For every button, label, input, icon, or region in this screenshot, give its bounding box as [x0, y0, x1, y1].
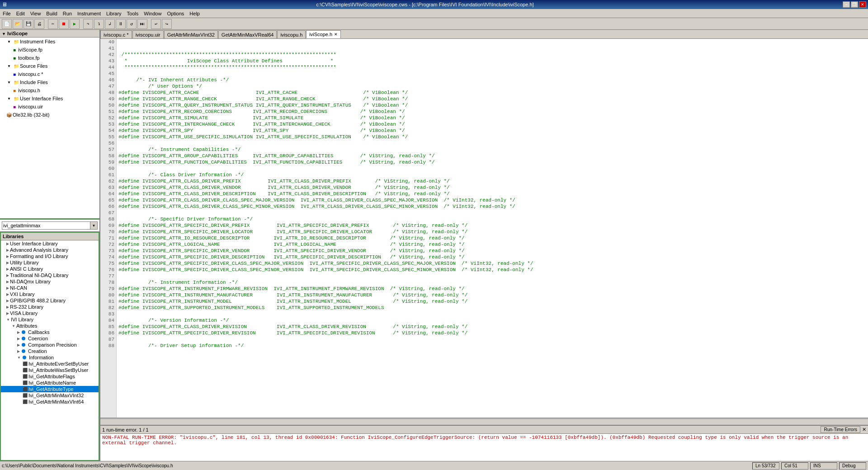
lib-label: Attributes: [16, 323, 37, 329]
stop-button[interactable]: ⏹: [59, 19, 69, 29]
lib-func-getname[interactable]: ⬛ Ivi_GetAttributeName: [1, 380, 99, 386]
run-button[interactable]: ▶: [70, 19, 80, 29]
search-dropdown-button[interactable]: ▼: [90, 222, 97, 229]
project-root-label: IviScope: [7, 31, 28, 36]
lib-func-attrwasset[interactable]: ⬛ Ivi_AttributeWasSetByUser: [1, 367, 99, 373]
right-panel: iviscopu.c * iviscopu.uir GetAttrMinMaxV…: [100, 30, 868, 461]
menubar-item-window[interactable]: Window: [141, 10, 164, 17]
lib-ivi-coercion[interactable]: ▶ Coercion: [1, 335, 99, 342]
lib-visa[interactable]: ▶ VISA Library: [1, 310, 99, 316]
line-number: 47: [102, 83, 114, 89]
lib-utility[interactable]: ▶ Utility Library: [1, 259, 99, 266]
tab-close-button[interactable]: ✕: [334, 32, 338, 37]
save-button[interactable]: 💾: [24, 19, 33, 29]
line-number: 77: [102, 273, 114, 279]
code-editor[interactable]: 4041424344454647484950515253545556575859…: [100, 39, 868, 418]
tree-iviscopu-uir[interactable]: ■ iviscopu.uir: [0, 103, 99, 111]
step-over-button[interactable]: ↷: [83, 19, 93, 29]
lib-trad-nidaq[interactable]: ▶ Traditional NI-DAQ Library: [1, 272, 99, 278]
menubar-item-build[interactable]: Build: [43, 10, 60, 17]
line-number: 80: [102, 292, 114, 298]
tab-iviscopu-c[interactable]: iviscopu.c *: [100, 30, 132, 38]
lib-ivi-attributes[interactable]: ▼ Attributes: [1, 323, 99, 329]
run-time-errors-button[interactable]: Run-Time Errors: [821, 426, 860, 433]
lib-formatting-io[interactable]: ▶ Formatting and I/O Library: [1, 253, 99, 259]
tab-getattrmaxvint32[interactable]: GetAttrMinMaxVInt32: [164, 30, 218, 38]
search-input[interactable]: [2, 222, 90, 229]
menubar-item-edit[interactable]: Edit: [14, 10, 28, 17]
lib-nican[interactable]: ▶ NI-CAN: [1, 285, 99, 291]
lib-func-attreversetby[interactable]: ⬛ Ivi_AttributeEverSetByUser: [1, 361, 99, 367]
line-number: 63: [102, 184, 114, 191]
cut-button[interactable]: ✂: [48, 19, 58, 29]
restore-button[interactable]: ❐: [851, 1, 858, 8]
lib-ivi[interactable]: ▼ IVI Library: [1, 316, 99, 323]
tree-iviscope-fp[interactable]: ■ iviScope.fp: [0, 46, 99, 54]
pause-button[interactable]: ⏸: [116, 19, 126, 29]
lib-func-gettype[interactable]: ⬛ Ivi_GetAttributeType: [1, 386, 99, 392]
tree-iviscopu-h[interactable]: ■ iviscopu.h: [0, 86, 99, 94]
tree-ui-files[interactable]: ▼ User Interface Files: [0, 94, 99, 103]
line-number: 82: [102, 305, 114, 311]
lib-nidaqmx[interactable]: ▶ NI-DAQmx Library: [1, 278, 99, 285]
tab-iviscope-h[interactable]: iviScope.h ✕: [306, 30, 341, 38]
tab-getattrmaxvreal64[interactable]: GetAttrMinMaxVReal64: [218, 30, 277, 38]
menubar-item-tools[interactable]: Tools: [124, 10, 142, 17]
line-number: 73: [102, 248, 114, 254]
horizontal-scrollbar[interactable]: [100, 418, 868, 425]
lib-func-getminmaxint32[interactable]: ⬛ Ivi_GetAttrMinMaxVInt32: [1, 392, 99, 399]
finish-button[interactable]: ⏭: [137, 19, 147, 29]
lib-func-getflags[interactable]: ⬛ Ivi_GetAttributeFlags: [1, 373, 99, 380]
lib-label: Ivi_GetAttributeName: [28, 380, 76, 385]
tab-iviscopu-h[interactable]: iviscopu.h: [277, 30, 306, 38]
tree-toolbox-fp[interactable]: ■ toolbox.fp: [0, 54, 99, 62]
minimize-button[interactable]: −: [843, 1, 850, 8]
menubar-item-library[interactable]: Library: [104, 10, 124, 17]
step-out-button[interactable]: ↲: [105, 19, 115, 29]
code-content[interactable]: /***************************************…: [117, 39, 868, 418]
error-panel-close-button[interactable]: ✕: [862, 427, 866, 432]
menubar-item-view[interactable]: View: [28, 10, 44, 17]
folder-icon: [13, 79, 20, 86]
print-button[interactable]: 🖨: [34, 19, 44, 29]
tree-instrument-files[interactable]: ▼ Instrument Files: [0, 38, 99, 46]
lib-advanced-analysis[interactable]: ▶ Advanced Analysis Library: [1, 247, 99, 253]
lib-user-interface[interactable]: ▶ User Interface Library: [1, 240, 99, 247]
undo-button[interactable]: ↩: [151, 19, 161, 29]
menubar-item-instrument[interactable]: Instrument: [75, 10, 104, 17]
tree-include-files[interactable]: ▼ Include Files: [0, 78, 99, 86]
menubar-item-file[interactable]: File: [0, 10, 14, 17]
menubar-item-run[interactable]: Run: [60, 10, 75, 17]
tab-iviscopu-uir[interactable]: iviscopu.uir: [132, 30, 164, 38]
code-line: /*- Instrument Capabilities -*/: [118, 146, 866, 153]
tree-iviscopu-c[interactable]: ■ iviscopu.c *: [0, 70, 99, 78]
lib-gpib[interactable]: ▶ GPIB/GPIB 488.2 Library: [1, 297, 99, 304]
code-line: /*- Class Driver Information -*/: [118, 172, 866, 178]
tree-ole32[interactable]: 📦 Ole32.lib (32-bit): [0, 111, 99, 119]
code-line: #define IVISCOPE_ATTR_CLASS_DRIVER_PREFI…: [118, 178, 866, 184]
code-line: #define IVISCOPE_ATTR_USE_SPECIFIC_SIMUL…: [118, 134, 866, 140]
statusbar-col: Col 51: [781, 462, 808, 470]
redo-button[interactable]: ↪: [162, 19, 172, 29]
lib-ivi-callbacks[interactable]: ▶ Callbacks: [1, 329, 99, 335]
tree-item-label: Ole32.lib (32-bit): [13, 112, 49, 118]
lib-func-getminmaxint64[interactable]: ⬛ Ivi_GetAttrMinMaxVInt64: [1, 399, 99, 405]
line-number: 65: [102, 197, 114, 203]
tree-source-files[interactable]: ▼ Source Files: [0, 62, 99, 70]
close-button[interactable]: ✕: [859, 1, 866, 8]
lib-vxi[interactable]: ▶ VXI Library: [1, 291, 99, 297]
lib-ansi-c[interactable]: ▶ ANSI C Library: [1, 266, 99, 272]
new-button[interactable]: 📄: [2, 19, 12, 29]
reload-button[interactable]: ↺: [127, 19, 137, 29]
menubar-item-options[interactable]: Options: [164, 10, 187, 17]
lib-ivi-creation[interactable]: ▶ Creation: [1, 348, 99, 354]
lib-rs232[interactable]: ▶ RS-232 Library: [1, 304, 99, 310]
lib-ivi-comparison[interactable]: ▶ Comparison Precision: [1, 342, 99, 348]
step-into-button[interactable]: ↴: [94, 19, 104, 29]
lib-ivi-information[interactable]: ▼ Information: [1, 354, 99, 361]
open-button[interactable]: 📂: [13, 19, 23, 29]
lib-label: IVI Library: [11, 317, 33, 322]
menubar-item-help[interactable]: Help: [187, 10, 203, 17]
lib-label: Ivi_GetAttrMinMaxVInt32: [28, 393, 84, 398]
statusbar: c:\Users\Public\Documents\National Instr…: [0, 461, 868, 470]
